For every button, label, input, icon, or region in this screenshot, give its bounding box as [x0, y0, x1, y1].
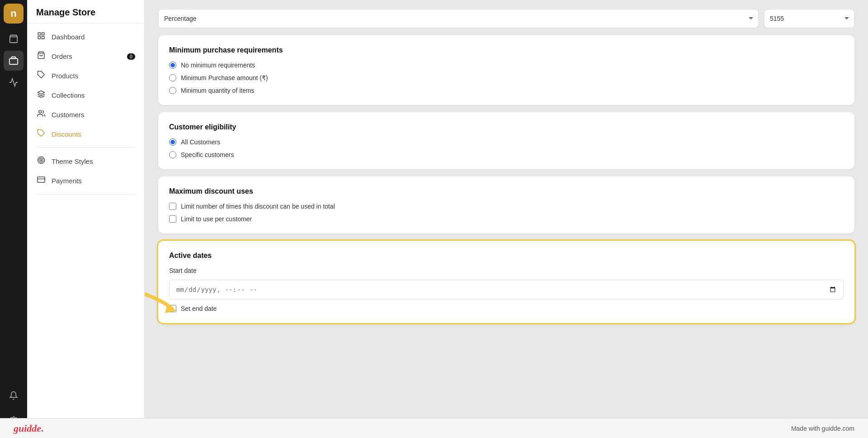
checkbox-limit-per-customer[interactable]: Limit to use per customer — [169, 215, 844, 223]
active-dates-section: Active dates Start date Set end date — [158, 241, 854, 330]
checkbox-limit-total-input[interactable] — [169, 203, 176, 210]
payments-icon — [36, 176, 46, 186]
radio-specific-customers-label: Specific customers — [181, 151, 234, 158]
active-dates-card: Active dates Start date Set end date — [158, 241, 854, 323]
theme-styles-icon — [36, 156, 46, 167]
sidebar-item-products-label: Products — [52, 72, 78, 80]
radio-no-minimum[interactable]: No minimum requirements — [169, 62, 844, 69]
svg-point-10 — [39, 110, 42, 113]
sidebar-item-orders-label: Orders — [52, 52, 72, 60]
radio-all-customers[interactable]: All Customers — [169, 138, 844, 146]
checkbox-limit-total-label: Limit number of times this discount can … — [181, 203, 335, 210]
sidebar-item-collections-label: Collections — [52, 91, 85, 99]
radio-min-amount[interactable]: Minimum Purchase amount (₹) — [169, 74, 844, 81]
main-content: Percentage 5155 Minimum purchase require… — [145, 0, 868, 438]
discount-type-select[interactable]: Percentage — [158, 9, 759, 28]
svg-marker-9 — [38, 91, 45, 95]
rail-discount-icon[interactable] — [4, 51, 24, 71]
sidebar-item-dashboard[interactable]: Dashboard — [27, 27, 144, 47]
radio-min-qty-input[interactable] — [169, 87, 176, 94]
sidebar-item-theme-styles[interactable]: Theme Styles — [27, 152, 144, 171]
maximum-discount-title: Maximum discount uses — [169, 187, 844, 195]
minimum-purchase-title: Minimum purchase requirements — [169, 46, 844, 54]
radio-no-minimum-label: No minimum requirements — [181, 62, 255, 69]
svg-rect-1 — [9, 58, 18, 64]
checkbox-set-end-date-input[interactable] — [169, 305, 176, 312]
maximum-discount-uses-card: Maximum discount uses Limit number of ti… — [158, 176, 854, 233]
orders-icon — [36, 51, 46, 62]
svg-rect-5 — [42, 37, 44, 39]
svg-point-13 — [39, 158, 43, 162]
checkbox-limit-per-customer-label: Limit to use per customer — [181, 215, 252, 223]
dashboard-icon — [36, 32, 46, 42]
svg-rect-15 — [38, 177, 45, 182]
customer-eligibility-card: Customer eligibility All Customers Speci… — [158, 112, 854, 169]
checkbox-set-end-date[interactable]: Set end date — [169, 305, 844, 312]
sidebar-item-customers[interactable]: Customers — [27, 105, 144, 124]
rail-analytics-icon[interactable] — [4, 72, 24, 92]
radio-no-minimum-input[interactable] — [169, 62, 176, 69]
sidebar-item-theme-styles-label: Theme Styles — [52, 157, 93, 165]
radio-min-qty[interactable]: Minimum quantity of items — [169, 87, 844, 94]
app-logo[interactable]: n — [4, 4, 24, 24]
sidebar-item-discounts[interactable]: Discounts — [27, 124, 144, 144]
checkbox-limit-total[interactable]: Limit number of times this discount can … — [169, 203, 844, 210]
products-icon — [36, 71, 46, 81]
customers-icon — [36, 110, 46, 120]
set-end-date-label: Set end date — [181, 305, 217, 312]
minimum-purchase-card: Minimum purchase requirements No minimum… — [158, 35, 854, 105]
discounts-icon — [36, 129, 46, 139]
svg-rect-0 — [10, 37, 18, 43]
discount-type-row: Percentage 5155 — [158, 9, 854, 28]
svg-point-14 — [41, 160, 42, 161]
svg-rect-6 — [38, 37, 40, 39]
sidebar-item-orders[interactable]: Orders 0 — [27, 47, 144, 66]
start-date-input[interactable] — [169, 280, 844, 300]
sidebar: Manage Store Dashboard Orders 0 — [27, 0, 145, 438]
made-with-text: Made with guidde.com — [791, 425, 854, 432]
orders-badge: 0 — [127, 53, 135, 60]
sidebar-divider-1 — [36, 148, 135, 148]
sidebar-item-payments-label: Payments — [52, 177, 82, 185]
guidde-logo: guidde. — [14, 423, 44, 434]
sidebar-item-dashboard-label: Dashboard — [52, 33, 85, 41]
rail-store-icon[interactable] — [4, 29, 24, 49]
sidebar-item-payments[interactable]: Payments — [27, 171, 144, 190]
svg-rect-3 — [38, 33, 40, 35]
checkbox-limit-per-customer-input[interactable] — [169, 215, 176, 223]
svg-rect-4 — [42, 33, 44, 35]
sidebar-item-products[interactable]: Products — [27, 66, 144, 86]
collections-icon — [36, 90, 46, 100]
icon-rail: n — [0, 0, 27, 438]
active-dates-title: Active dates — [169, 252, 844, 260]
customer-eligibility-title: Customer eligibility — [169, 123, 844, 131]
discount-amount-select[interactable]: 5155 — [764, 9, 854, 28]
radio-min-amount-label: Minimum Purchase amount (₹) — [181, 74, 268, 81]
radio-all-customers-input[interactable] — [169, 138, 176, 146]
start-date-label: Start date — [169, 267, 844, 274]
bottom-bar: guidde. Made with guidde.com — [0, 418, 868, 438]
radio-specific-customers-input[interactable] — [169, 151, 176, 158]
guidde-dot: . — [41, 423, 44, 434]
sidebar-divider-2 — [36, 194, 135, 195]
notification-icon[interactable] — [4, 386, 24, 405]
sidebar-item-discounts-label: Discounts — [52, 130, 81, 138]
radio-min-qty-label: Minimum quantity of items — [181, 87, 255, 94]
radio-min-amount-input[interactable] — [169, 74, 176, 81]
sidebar-nav: Dashboard Orders 0 Products — [27, 24, 144, 410]
sidebar-title: Manage Store — [27, 0, 144, 24]
sidebar-item-collections[interactable]: Collections — [27, 86, 144, 105]
radio-all-customers-label: All Customers — [181, 138, 220, 146]
radio-specific-customers[interactable]: Specific customers — [169, 151, 844, 158]
sidebar-item-customers-label: Customers — [52, 111, 85, 119]
